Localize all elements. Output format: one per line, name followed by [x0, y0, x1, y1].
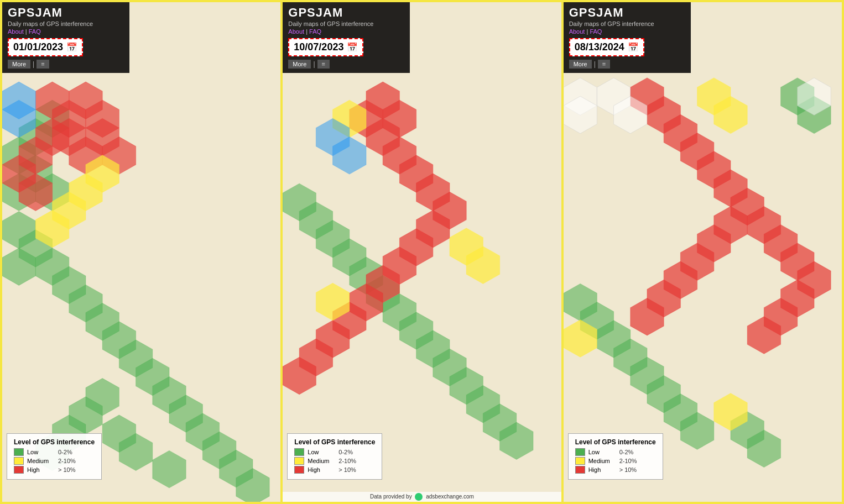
calendar-icon-1: 📅: [66, 42, 77, 53]
map-panel-2: GPSJAM Daily maps of GPS interference Ab…: [283, 2, 561, 502]
legend-row-low-3: Low 0-2%: [575, 448, 656, 456]
app-title-3: GPSJAM: [569, 6, 685, 20]
legend-label-med-2: Medium: [308, 458, 335, 464]
legend-row-med-3: Medium 2-10%: [575, 457, 656, 465]
toolbar-1: More | =: [8, 60, 124, 69]
legend-label-low-3: Low: [588, 449, 616, 455]
legend-range-high-3: > 10%: [619, 466, 637, 473]
legend-swatch-high-1: [14, 466, 24, 474]
date-box-1[interactable]: 01/01/2023 📅: [8, 38, 83, 56]
legend-label-med-3: Medium: [588, 458, 616, 464]
legend-range-high-2: > 10%: [338, 466, 356, 473]
legend-title-2: Level of GPS interference: [294, 438, 375, 446]
faq-link-1[interactable]: FAQ: [29, 28, 41, 35]
legend-label-low-1: Low: [27, 449, 55, 455]
legend-swatch-low-2: [294, 448, 304, 456]
legend-swatch-low-1: [14, 448, 24, 456]
map-header-2: GPSJAM Daily maps of GPS interference Ab…: [283, 2, 410, 73]
footer-provider: adsbexchange.com: [426, 494, 474, 500]
toolbar-2: More | =: [288, 60, 404, 69]
app-title-2: GPSJAM: [288, 6, 404, 20]
legend-row-med-1: Medium 2-10%: [14, 457, 95, 465]
link-sep-1: |: [24, 28, 29, 35]
legend-swatch-med-2: [294, 457, 304, 465]
legend-title-1: Level of GPS interference: [14, 438, 95, 446]
legend-row-med-2: Medium 2-10%: [294, 457, 375, 465]
legend-row-high-3: High > 10%: [575, 466, 656, 474]
legend-row-low-2: Low 0-2%: [294, 448, 375, 456]
app-links-3: About | FAQ: [569, 28, 685, 35]
legend-range-med-3: 2-10%: [619, 458, 637, 464]
about-link-2[interactable]: About: [288, 28, 304, 35]
footer-bar: Data provided by adsbexchange.com: [283, 492, 561, 502]
date-value-1: 01/01/2023: [13, 41, 63, 53]
legend-2: Level of GPS interference Low 0-2% Mediu…: [287, 433, 382, 480]
map-terrain-1: [2, 2, 280, 502]
collapse-button-1[interactable]: =: [37, 60, 49, 69]
more-button-3[interactable]: More: [569, 60, 592, 69]
legend-title-3: Level of GPS interference: [575, 438, 656, 446]
date-box-3[interactable]: 08/13/2024 📅: [569, 38, 644, 56]
app-links-1: About | FAQ: [8, 28, 124, 35]
adsb-logo-icon: [415, 493, 423, 501]
legend-label-high-1: High: [27, 466, 55, 473]
app-links-2: About | FAQ: [288, 28, 404, 35]
faq-link-2[interactable]: FAQ: [309, 28, 321, 35]
date-value-2: 10/07/2023: [294, 41, 343, 53]
faq-link-3[interactable]: FAQ: [590, 28, 602, 35]
toolbar-sep-3: |: [594, 60, 596, 68]
map-header-1: GPSJAM Daily maps of GPS interference Ab…: [2, 2, 129, 73]
date-box-2[interactable]: 10/07/2023 📅: [288, 38, 363, 56]
legend-label-low-2: Low: [308, 449, 335, 455]
legend-1: Level of GPS interference Low 0-2% Mediu…: [7, 433, 102, 480]
about-link-1[interactable]: About: [8, 28, 24, 35]
legend-range-low-2: 0-2%: [338, 449, 353, 455]
legend-row-high-2: High > 10%: [294, 466, 375, 474]
legend-row-low-1: Low 0-2%: [14, 448, 95, 456]
calendar-icon-2: 📅: [347, 42, 358, 53]
legend-swatch-high-3: [575, 466, 585, 474]
link-sep-2: |: [304, 28, 309, 35]
more-button-1[interactable]: More: [8, 60, 30, 69]
toolbar-3: More | =: [569, 60, 685, 69]
date-value-3: 08/13/2024: [575, 41, 624, 53]
legend-range-med-2: 2-10%: [338, 458, 356, 464]
legend-label-high-2: High: [308, 466, 335, 473]
map-header-3: GPSJAM Daily maps of GPS interference Ab…: [564, 2, 691, 73]
toolbar-sep-2: |: [313, 60, 315, 68]
calendar-icon-3: 📅: [628, 42, 639, 53]
map-panel-3: GPSJAM Daily maps of GPS interference Ab…: [564, 2, 842, 502]
more-button-2[interactable]: More: [288, 60, 311, 69]
app-subtitle-1: Daily maps of GPS interference: [8, 20, 124, 27]
footer-text: Data provided by: [370, 494, 412, 500]
about-link-3[interactable]: About: [569, 28, 585, 35]
toolbar-sep-1: |: [33, 60, 34, 68]
app-subtitle-2: Daily maps of GPS interference: [288, 20, 404, 27]
legend-range-high-1: > 10%: [58, 466, 76, 473]
collapse-button-2[interactable]: =: [317, 60, 330, 69]
app-title-1: GPSJAM: [8, 6, 124, 20]
map-terrain-2: [283, 2, 561, 502]
legend-range-med-1: 2-10%: [58, 458, 76, 464]
legend-range-low-3: 0-2%: [619, 449, 634, 455]
legend-label-med-1: Medium: [27, 458, 55, 464]
map-panel-1: GPSJAM Daily maps of GPS interference Ab…: [2, 2, 280, 502]
legend-swatch-med-3: [575, 457, 585, 465]
app-subtitle-3: Daily maps of GPS interference: [569, 20, 685, 27]
legend-range-low-1: 0-2%: [58, 449, 72, 455]
legend-swatch-med-1: [14, 457, 24, 465]
legend-label-high-3: High: [588, 466, 616, 473]
legend-row-high-1: High > 10%: [14, 466, 95, 474]
collapse-button-3[interactable]: =: [598, 60, 610, 69]
legend-swatch-low-3: [575, 448, 585, 456]
map-terrain-3: [564, 2, 842, 502]
legend-3: Level of GPS interference Low 0-2% Mediu…: [568, 433, 663, 480]
legend-swatch-high-2: [294, 466, 304, 474]
